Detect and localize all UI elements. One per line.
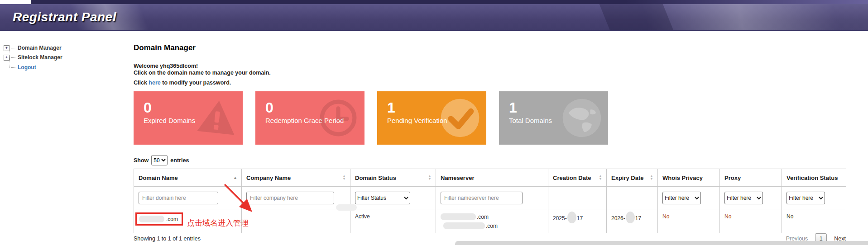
expand-plus-icon[interactable]: + bbox=[4, 55, 10, 61]
verification-status-cell: No bbox=[782, 209, 846, 233]
filter-cell-creation-date bbox=[548, 187, 607, 209]
nameserver-filter-input[interactable] bbox=[441, 192, 523, 204]
stat-card-expired-domains: 0 Expired Domains bbox=[134, 91, 243, 145]
company-name-cell bbox=[242, 209, 350, 233]
domain-status-cell: Active bbox=[350, 209, 436, 233]
table-header-row: Domain Name ▲ Company Name ▲▼ Domain Sta… bbox=[134, 169, 846, 187]
sort-asc-icon[interactable]: ▲ bbox=[233, 176, 237, 180]
password-line-suffix: to modify your password. bbox=[161, 80, 231, 86]
password-line-prefix: Click bbox=[134, 80, 149, 86]
nameserver-line: .com bbox=[441, 213, 543, 220]
filter-cell-status: Filter Status bbox=[350, 187, 436, 209]
redacted-domain-blur bbox=[139, 216, 164, 222]
nameserver-cell: .com .com bbox=[436, 209, 548, 233]
tree-dots bbox=[11, 48, 16, 48]
redacted-nameserver-blur bbox=[441, 213, 476, 220]
logout-link[interactable]: Logout bbox=[18, 64, 36, 71]
sidebar-item-logout[interactable]: Logout bbox=[4, 64, 36, 71]
nameserver-line: .com bbox=[441, 222, 543, 229]
redacted-date-blur bbox=[567, 212, 576, 223]
status-filter-select[interactable]: Filter Status bbox=[355, 192, 410, 204]
warning-triangle-icon bbox=[196, 97, 237, 139]
redacted-date-blur bbox=[626, 212, 635, 223]
entries-per-page-select[interactable]: 50 bbox=[151, 155, 168, 165]
domain-link-highlight-box[interactable]: .com bbox=[135, 212, 183, 226]
col-header-domain-name[interactable]: Domain Name ▲ bbox=[134, 169, 242, 187]
expand-plus-icon[interactable]: + bbox=[4, 45, 10, 51]
page-title: Domain Manager bbox=[134, 43, 196, 52]
col-header-whois-privacy[interactable]: Whois Privacy bbox=[658, 169, 720, 187]
main-content: Domain Manager Welcome yhq365dlcom! Clic… bbox=[134, 0, 849, 245]
password-line: Click here to modify your password. bbox=[134, 80, 231, 86]
check-circle-icon bbox=[439, 97, 481, 139]
whois-filter-select[interactable]: Filter here bbox=[662, 192, 701, 204]
redaction-smudge bbox=[336, 204, 357, 211]
col-header-verification-status[interactable]: Verification Status bbox=[782, 169, 846, 187]
clock-icon bbox=[317, 97, 359, 139]
annotation-text: 点击域名进入管理 bbox=[187, 218, 249, 228]
modify-password-link[interactable]: here bbox=[149, 80, 160, 86]
bottom-gray-band bbox=[455, 241, 868, 245]
entries-label: entries bbox=[170, 157, 189, 164]
sort-icon[interactable]: ▲▼ bbox=[599, 175, 602, 180]
globe-icon bbox=[561, 97, 603, 139]
sidebar-item-label[interactable]: Domain Manager bbox=[18, 45, 62, 51]
tree-dots bbox=[11, 57, 16, 58]
sort-icon[interactable]: ▲▼ bbox=[650, 175, 653, 180]
show-label: Show bbox=[134, 157, 149, 164]
stat-card-redemption-grace: 0 Redemption Grace Period bbox=[255, 91, 364, 145]
col-header-domain-status[interactable]: Domain Status ▲▼ bbox=[350, 169, 436, 187]
sort-icon[interactable]: ▲▼ bbox=[342, 175, 346, 180]
filter-cell-domain bbox=[134, 187, 242, 209]
entries-bar: Show 50 entries bbox=[134, 155, 189, 165]
company-filter-input[interactable] bbox=[246, 192, 334, 204]
welcome-text: Welcome yhq365dlcom! Click on the domain… bbox=[134, 63, 271, 76]
stat-cards: 0 Expired Domains 0 Redemption Grace Per… bbox=[134, 91, 608, 145]
welcome-line2: Click on the domain name to manage your … bbox=[134, 70, 271, 76]
domain-filter-input[interactable] bbox=[139, 192, 218, 204]
whois-privacy-cell: No bbox=[658, 209, 720, 233]
filter-cell-verification: Filter here bbox=[782, 187, 846, 209]
filter-cell-proxy: Filter here bbox=[720, 187, 782, 209]
filter-cell-company bbox=[242, 187, 350, 209]
expiry-date-cell: 2026- 17 bbox=[607, 209, 658, 233]
creation-date-cell: 2025- 17 bbox=[548, 209, 607, 233]
filter-cell-whois: Filter here bbox=[658, 187, 720, 209]
proxy-cell: No bbox=[720, 209, 782, 233]
sidebar-item-sitelock-manager[interactable]: + Sitelock Manager bbox=[4, 54, 62, 61]
sort-icon[interactable]: ▲▼ bbox=[428, 175, 432, 180]
filter-cell-expiry-date bbox=[607, 187, 658, 209]
col-header-expiry-date[interactable]: Expiry Date ▲▼ bbox=[607, 169, 658, 187]
stat-card-total-domains: 1 Total Domains bbox=[499, 91, 608, 145]
col-header-creation-date[interactable]: Creation Date ▲▼ bbox=[548, 169, 607, 187]
verification-filter-select[interactable]: Filter here bbox=[786, 192, 825, 204]
app-title: Registrant Panel bbox=[13, 10, 116, 24]
col-header-company-name[interactable]: Company Name ▲▼ bbox=[242, 169, 350, 187]
welcome-line1: Welcome yhq365dlcom! bbox=[134, 63, 198, 69]
stat-card-pending-verification: 1 Pending Verification bbox=[377, 91, 486, 145]
proxy-filter-select[interactable]: Filter here bbox=[724, 192, 763, 204]
tree-dots bbox=[11, 67, 16, 68]
domain-link[interactable]: .com bbox=[166, 216, 178, 222]
col-header-nameserver[interactable]: Nameserver bbox=[436, 169, 548, 187]
sidebar-item-domain-manager[interactable]: + Domain Manager bbox=[4, 45, 62, 51]
filter-cell-nameserver bbox=[436, 187, 548, 209]
col-header-proxy[interactable]: Proxy bbox=[720, 169, 782, 187]
sidebar-item-label[interactable]: Sitelock Manager bbox=[18, 54, 62, 61]
redacted-nameserver-blur bbox=[443, 222, 485, 229]
filter-row: Filter Status Filter here Filter here bbox=[134, 187, 846, 209]
